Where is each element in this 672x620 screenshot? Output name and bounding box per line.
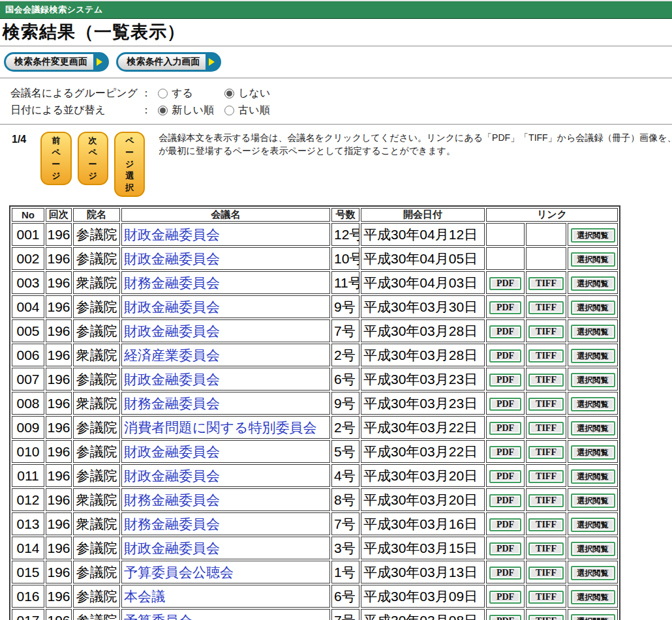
radio-grouping-on-input[interactable]: [158, 89, 168, 98]
pdf-button[interactable]: PDF: [489, 615, 521, 620]
prev-page-button[interactable]: 前ページ: [40, 132, 71, 185]
meeting-link[interactable]: 財政金融委員会: [124, 251, 220, 266]
meeting-link[interactable]: 財務金融委員会: [124, 516, 220, 531]
row-no: 017: [12, 609, 44, 620]
select-view-button[interactable]: 選択閲覧: [571, 445, 615, 460]
radio-sort-oldest[interactable]: 古い順: [224, 104, 269, 117]
pdf-button[interactable]: PDF: [489, 567, 521, 580]
meeting-link[interactable]: 本会議: [124, 589, 165, 604]
tiff-button[interactable]: TIFF: [528, 277, 564, 290]
tiff-button[interactable]: TIFF: [528, 494, 564, 507]
tiff-button[interactable]: TIFF: [528, 542, 564, 555]
page-select-button[interactable]: ページ選択: [114, 132, 145, 197]
page-indicator: 1/4: [12, 134, 26, 145]
row-date: 平成30年03月22日: [361, 440, 485, 463]
meeting-link[interactable]: 財務金融委員会: [124, 396, 220, 411]
meeting-link[interactable]: 経済産業委員会: [124, 347, 220, 362]
tiff-button[interactable]: TIFF: [528, 591, 564, 604]
table-row: 013196衆議院財務金融委員会7号平成30年03月16日PDFTIFF選択閲覧: [12, 512, 618, 535]
row-pdf-cell: PDF: [486, 319, 525, 342]
row-session: 196: [46, 295, 72, 318]
tiff-button[interactable]: TIFF: [528, 518, 564, 531]
pdf-button[interactable]: PDF: [489, 518, 521, 531]
table-row: 001196参議院財政金融委員会12号平成30年04月12日選択閲覧: [12, 223, 618, 246]
select-view-button[interactable]: 選択閲覧: [571, 421, 615, 435]
meeting-link[interactable]: 消費者問題に関する特別委員会: [124, 420, 316, 435]
meeting-link[interactable]: 財務金融委員会: [124, 275, 220, 290]
select-view-button[interactable]: 選択閲覧: [571, 542, 615, 556]
meeting-link[interactable]: 財政金融委員会: [124, 227, 220, 242]
next-page-button[interactable]: 次ページ: [78, 132, 108, 185]
tiff-button[interactable]: TIFF: [528, 446, 564, 459]
table-row: 015196参議院予算委員会公聴会1号平成30年03月13日PDFTIFF選択閲…: [12, 561, 618, 583]
pdf-button[interactable]: PDF: [489, 422, 521, 435]
tiff-button[interactable]: TIFF: [528, 470, 564, 483]
row-date: 平成30年04月12日: [361, 223, 485, 246]
tiff-button[interactable]: TIFF: [528, 349, 564, 362]
pdf-button[interactable]: PDF: [489, 494, 521, 507]
select-view-button[interactable]: 選択閲覧: [571, 252, 615, 267]
radio-sort-newest[interactable]: 新しい順: [158, 104, 224, 117]
pdf-button[interactable]: PDF: [489, 591, 521, 604]
row-issue: 12号: [331, 223, 359, 246]
meeting-link[interactable]: 財政金融委員会: [124, 540, 220, 555]
row-house: 参議院: [73, 561, 120, 583]
pdf-button[interactable]: PDF: [489, 470, 521, 483]
row-issue: 4号: [331, 464, 359, 487]
meeting-link[interactable]: 予算委員会: [124, 613, 192, 620]
pdf-button[interactable]: PDF: [489, 325, 521, 338]
row-select-cell: 選択閲覧: [568, 295, 618, 318]
search-condition-input-button[interactable]: 検索条件入力画面: [116, 52, 221, 72]
tiff-button[interactable]: TIFF: [528, 422, 564, 435]
meeting-link[interactable]: 財政金融委員会: [124, 299, 220, 314]
radio-grouping-off-input[interactable]: [224, 89, 234, 98]
select-view-button[interactable]: 選択閲覧: [571, 494, 615, 508]
radio-grouping-off[interactable]: しない: [224, 87, 270, 100]
select-view-button[interactable]: 選択閲覧: [571, 301, 615, 315]
select-view-button[interactable]: 選択閲覧: [571, 349, 615, 363]
select-view-button[interactable]: 選択閲覧: [571, 373, 615, 387]
row-date: 平成30年04月05日: [361, 247, 485, 270]
select-view-button[interactable]: 選択閲覧: [571, 276, 615, 291]
meeting-link[interactable]: 財政金融委員会: [124, 444, 220, 459]
meeting-link[interactable]: 予算委員会公聴会: [124, 565, 234, 580]
row-date: 平成30年03月09日: [361, 585, 485, 608]
select-view-button[interactable]: 選択閲覧: [571, 228, 615, 243]
select-view-button[interactable]: 選択閲覧: [571, 397, 615, 411]
select-view-button[interactable]: 選択閲覧: [571, 590, 615, 604]
meeting-link[interactable]: 財政金融委員会: [124, 468, 220, 483]
pdf-button[interactable]: PDF: [489, 398, 521, 411]
pdf-button[interactable]: PDF: [489, 446, 521, 459]
radio-grouping-on[interactable]: する: [158, 87, 224, 100]
meeting-link[interactable]: 財政金融委員会: [124, 372, 220, 387]
tiff-button[interactable]: TIFF: [528, 374, 564, 387]
row-house: 衆議院: [73, 512, 120, 535]
table-row: 011196参議院財政金融委員会4号平成30年03月20日PDFTIFF選択閲覧: [12, 464, 618, 487]
pdf-button[interactable]: PDF: [489, 349, 521, 362]
select-view-button[interactable]: 選択閲覧: [571, 325, 615, 339]
row-no: 009: [12, 416, 44, 439]
row-date: 平成30年03月28日: [361, 344, 485, 366]
meeting-link[interactable]: 財務金融委員会: [124, 492, 220, 507]
pdf-button[interactable]: PDF: [489, 374, 521, 387]
radio-sort-newest-input[interactable]: [158, 106, 168, 115]
tiff-button[interactable]: TIFF: [528, 398, 564, 411]
meeting-link[interactable]: 財政金融委員会: [124, 323, 220, 338]
row-no: 010: [12, 440, 44, 463]
search-condition-change-button[interactable]: 検索条件変更画面: [4, 52, 109, 72]
pdf-button[interactable]: PDF: [489, 277, 521, 290]
radio-sort-oldest-input[interactable]: [224, 106, 234, 115]
tiff-button[interactable]: TIFF: [528, 567, 564, 580]
tiff-button[interactable]: TIFF: [528, 301, 564, 314]
pdf-button[interactable]: PDF: [489, 301, 521, 314]
select-view-button[interactable]: 選択閲覧: [571, 469, 615, 484]
tiff-button[interactable]: TIFF: [528, 615, 564, 620]
pdf-button[interactable]: PDF: [489, 542, 521, 555]
select-view-button[interactable]: 選択閲覧: [571, 566, 615, 580]
row-house: 参議院: [73, 609, 120, 620]
select-view-button[interactable]: 選択閲覧: [571, 518, 615, 532]
row-issue: 8号: [331, 488, 359, 511]
select-view-button[interactable]: 選択閲覧: [571, 614, 615, 620]
row-issue: 1号: [331, 561, 359, 583]
tiff-button[interactable]: TIFF: [528, 325, 564, 338]
